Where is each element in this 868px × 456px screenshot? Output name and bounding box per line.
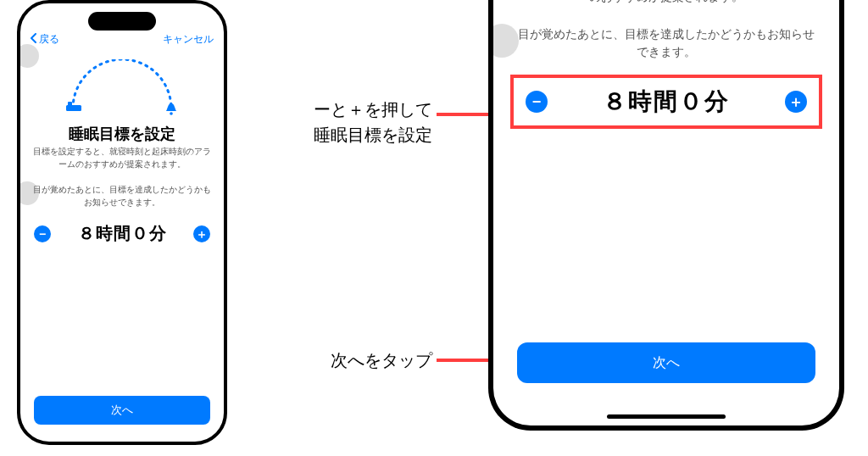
page-title: 睡眠目標を設定	[20, 124, 224, 144]
minus-button[interactable]: −	[526, 91, 548, 113]
next-button[interactable]: 次へ	[34, 396, 210, 425]
goal-value: ８時間０分	[603, 86, 730, 118]
description-top-partial: のおすすめが提案されます。	[515, 0, 817, 6]
home-indicator	[607, 414, 726, 419]
description-1: 目標を設定すると、就寝時刻と起床時刻のアラームのおすすめが提案されます。	[32, 146, 212, 170]
notch	[88, 12, 156, 31]
annotation-stepper-text: ーと＋を押して 睡眠目標を設定	[314, 97, 432, 147]
phone-frame-right: のおすすめが提案されます。 目が覚めたあとに、目標を達成したかどうかもお知らせで…	[488, 0, 844, 431]
cancel-button[interactable]: キャンセル	[163, 32, 214, 47]
plus-button[interactable]: ＋	[785, 91, 807, 113]
sleep-arc-icon	[63, 59, 181, 115]
goal-value: ８時間０分	[78, 222, 167, 245]
plus-button[interactable]: ＋	[193, 225, 210, 242]
goal-stepper-highlighted: − ８時間０分 ＋	[510, 75, 822, 129]
phone-frame-left: 戻る キャンセル 睡眠目標を設定 目標を設定すると、就寝時刻と起床時刻のアラーム…	[17, 0, 227, 445]
goal-stepper: − ８時間０分 ＋	[34, 222, 210, 245]
svg-rect-0	[66, 105, 81, 111]
next-button[interactable]: 次へ	[517, 342, 815, 383]
ghost-circle	[17, 44, 39, 68]
ghost-circle	[488, 24, 519, 58]
svg-point-2	[170, 112, 173, 115]
back-button[interactable]: 戻る	[31, 32, 59, 47]
minus-button[interactable]: −	[34, 225, 51, 242]
description-2: 目が覚めたあとに、目標を達成したかどうかもお知らせできます。	[32, 184, 212, 209]
annotation-stepper: ーと＋を押して 睡眠目標を設定	[254, 97, 432, 147]
chevron-left-icon	[31, 33, 37, 46]
nav-bar: 戻る キャンセル	[20, 32, 224, 47]
svg-rect-1	[68, 102, 72, 106]
back-label: 戻る	[39, 32, 59, 47]
annotation-next: 次へをタップ	[297, 348, 432, 373]
annotation-next-text: 次へをタップ	[331, 351, 432, 370]
description-2: 目が覚めたあとに、目標を達成したかどうかもお知らせできます。	[515, 25, 817, 61]
